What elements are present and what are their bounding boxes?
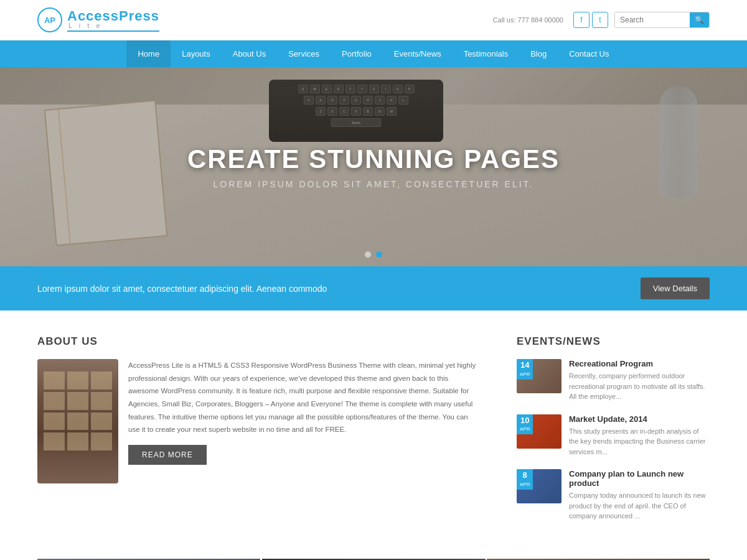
window-3 <box>91 371 112 390</box>
hero-dots <box>365 251 382 258</box>
banner-text: Lorem ipsum dolor sit amet, consectetuer… <box>37 284 327 294</box>
window-5 <box>67 392 88 410</box>
event-day-1: 14 <box>520 360 530 371</box>
event-title-3[interactable]: Company plan to Launch new product <box>569 469 710 488</box>
hero-content: CREATE STUNNING PAGES LOREM IPSUM DOLOR … <box>187 144 560 189</box>
events-section: EVENTS/NEWS 14 Apr Recreational Program … <box>517 335 710 534</box>
window-6 <box>91 392 112 410</box>
twitter-icon[interactable]: t <box>592 12 608 28</box>
logo-icon: AP <box>37 7 62 32</box>
logo-underline <box>67 30 159 32</box>
event-info-3: Company plan to Launch new product Compa… <box>569 469 710 521</box>
hero-subtitle: LOREM IPSUM DOLOR SIT AMET, CONSECTETUER… <box>187 179 560 189</box>
window-2 <box>67 371 88 390</box>
event-item-3: 8 Apr Company plan to Launch new product… <box>517 469 710 521</box>
building-windows <box>44 371 112 471</box>
window-11 <box>67 432 88 450</box>
nav-item-events[interactable]: Events/News <box>383 40 453 67</box>
read-more-button[interactable]: READ MORE <box>128 445 207 465</box>
nav-item-layouts[interactable]: Layouts <box>171 40 222 67</box>
event-thumb-3: 8 Apr <box>517 469 561 503</box>
events-title: EVENTS/NEWS <box>517 335 710 348</box>
event-desc-2: This study presents an in-depth analysis… <box>569 426 710 457</box>
event-date-badge-1: 14 Apr <box>517 359 533 380</box>
window-1 <box>44 371 65 390</box>
main-nav: Home Layouts About Us Services Portfolio… <box>0 40 747 67</box>
search-input[interactable] <box>615 13 690 27</box>
social-icons: f t <box>573 12 608 28</box>
hero-title: CREATE STUNNING PAGES <box>187 144 560 174</box>
search-box[interactable]: 🔍 <box>614 12 710 28</box>
event-title-1[interactable]: Recreational Program <box>569 359 710 368</box>
event-info-1: Recreational Program Recently, company p… <box>569 359 710 402</box>
event-day-3: 8 <box>520 470 530 481</box>
window-12 <box>91 432 112 450</box>
window-9 <box>91 413 112 431</box>
event-info-2: Market Update, 2014 This study presents … <box>569 414 710 457</box>
about-text-block: AccessPress Lite is a HTML5 & CSS3 Respo… <box>128 359 479 483</box>
hero-dot-1[interactable] <box>365 251 371 258</box>
window-4 <box>44 392 65 410</box>
header-right: Call us: 777 884 00000 f t 🔍 <box>493 12 710 28</box>
event-item-2: 10 Apr Market Update, 2014 This study pr… <box>517 414 710 457</box>
event-title-2[interactable]: Market Update, 2014 <box>569 414 710 424</box>
window-7 <box>44 413 65 431</box>
logo-tagline: L i t e <box>67 22 159 29</box>
call-info: Call us: 777 884 00000 <box>493 16 563 24</box>
main-content: ABOUT US AccessP <box>0 310 747 559</box>
about-body: AccessPress Lite is a HTML5 & CSS3 Respo… <box>128 359 479 436</box>
window-8 <box>67 413 88 431</box>
event-day-2: 10 <box>520 416 530 426</box>
event-date-badge-3: 8 Apr <box>517 469 533 490</box>
logo: AP AccessPress L i t e <box>37 7 159 32</box>
search-button[interactable]: 🔍 <box>690 12 709 27</box>
nav-item-testimonials[interactable]: Testimonials <box>453 40 520 67</box>
event-desc-1: Recently, company performed outdoor recr… <box>569 371 710 402</box>
hero-section: QWE RTY UIO P ASD FGH JKL ZXC VBN M Spac… <box>0 67 747 266</box>
logo-text-group: AccessPress L i t e <box>67 8 159 32</box>
event-date-badge-2: 10 Apr <box>517 414 533 435</box>
about-section: ABOUT US AccessP <box>37 335 479 534</box>
event-month-1: Apr <box>520 371 530 377</box>
hero-dot-2[interactable] <box>376 251 382 258</box>
event-month-3: Apr <box>520 482 530 487</box>
site-header: AP AccessPress L i t e Call us: 777 884 … <box>0 0 747 40</box>
about-inner: AccessPress Lite is a HTML5 & CSS3 Respo… <box>37 359 479 483</box>
nav-item-contact[interactable]: Contact Us <box>558 40 620 67</box>
event-item-1: 14 Apr Recreational Program Recently, co… <box>517 359 710 402</box>
logo-initials: AP <box>44 16 55 25</box>
nav-item-portfolio[interactable]: Portfolio <box>331 40 383 67</box>
nav-item-services[interactable]: Services <box>277 40 331 67</box>
about-title: ABOUT US <box>37 335 479 348</box>
view-details-button[interactable]: View Details <box>641 278 710 299</box>
nav-item-about[interactable]: About Us <box>222 40 277 67</box>
event-thumb-1: 14 Apr <box>517 359 561 393</box>
event-thumb-2: 10 Apr <box>517 414 561 449</box>
event-month-2: Apr <box>520 426 530 432</box>
window-10 <box>44 432 65 450</box>
facebook-icon[interactable]: f <box>573 12 590 28</box>
about-image <box>37 359 118 483</box>
promo-banner: Lorem ipsum dolor sit amet, consectetuer… <box>0 266 747 310</box>
nav-item-blog[interactable]: Blog <box>519 40 558 67</box>
nav-item-home[interactable]: Home <box>126 40 171 67</box>
event-desc-3: Company today announced to launch its ne… <box>569 490 710 521</box>
